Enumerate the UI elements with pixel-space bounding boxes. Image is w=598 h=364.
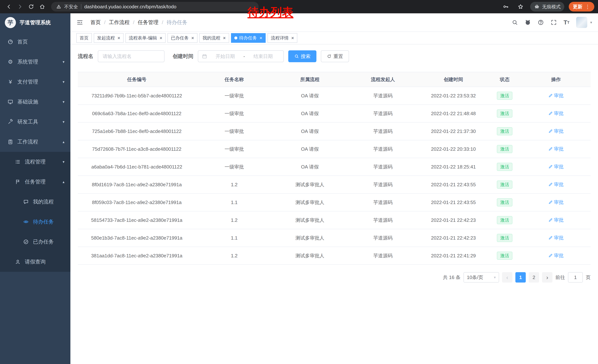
- kebab-menu-icon[interactable]: ⋮: [585, 4, 590, 10]
- sidebar-item-payment[interactable]: ¥支付管理▾: [0, 72, 70, 92]
- close-icon[interactable]: ×: [191, 36, 194, 40]
- list-icon: [15, 159, 21, 165]
- prev-page-button[interactable]: ‹: [502, 272, 512, 283]
- sidebar-item-home[interactable]: 首页: [0, 32, 70, 52]
- approve-link[interactable]: 审批: [548, 92, 564, 99]
- avatar[interactable]: [576, 17, 587, 28]
- approve-link[interactable]: 审批: [548, 235, 564, 241]
- col-process: 所属流程: [273, 72, 347, 87]
- edit-icon: [548, 200, 553, 204]
- cell-task-id: 73211d9d-7b9b-11ec-b5b7-acde48001122: [78, 87, 196, 105]
- approve-link[interactable]: 审批: [548, 163, 564, 170]
- tags-bar: 首页发起流程×流程表单-编辑×已办任务×我的流程×待办任务×流程详情×: [70, 32, 598, 44]
- breadcrumb-item[interactable]: 工作流程: [109, 19, 130, 26]
- tab-item[interactable]: 我的流程×: [199, 33, 229, 43]
- approve-link[interactable]: 审批: [548, 128, 564, 134]
- cell-task-name: 一级审批: [196, 140, 273, 158]
- goto-label: 前往: [555, 274, 565, 281]
- approve-link[interactable]: 审批: [548, 181, 564, 188]
- approve-link[interactable]: 审批: [548, 252, 564, 259]
- sidebar-item-workflow[interactable]: 工作流程▴: [0, 132, 70, 152]
- sidebar-item-my-process[interactable]: 我的流程: [0, 192, 70, 212]
- tab-item[interactable]: 流程详情×: [267, 33, 297, 43]
- update-button[interactable]: 更新 ⋮: [569, 2, 594, 11]
- reset-button[interactable]: 重置: [321, 50, 349, 62]
- sidebar-item-task-mgmt[interactable]: 任务管理▴: [0, 172, 70, 192]
- breadcrumb-separator: /: [162, 19, 163, 25]
- edit-icon: [548, 218, 553, 222]
- cell-created: 2022-01-21 22:42:23: [419, 211, 488, 229]
- forward-icon[interactable]: [15, 1, 25, 12]
- table-row: 58154733-7ac8-11ec-a9e2-a2380e71991a1.2测…: [78, 211, 590, 229]
- date-range-input[interactable]: 开始日期 - 结束日期: [198, 50, 284, 62]
- page-button-1[interactable]: 1: [515, 272, 526, 283]
- breadcrumb-item[interactable]: 任务管理: [138, 19, 158, 26]
- sidebar-item-dev-tools[interactable]: 研发工具▾: [0, 112, 70, 132]
- tab-item[interactable]: 流程表单-编辑×: [125, 33, 166, 43]
- sidebar-collapse-icon[interactable]: [76, 18, 84, 26]
- sidebar-item-infrastructure[interactable]: 基础设施▾: [0, 92, 70, 112]
- cell-task-name: 1.2: [196, 176, 273, 194]
- page-size-select[interactable]: 10条/页 ▾: [464, 272, 499, 283]
- tab-item[interactable]: 已办任务×: [167, 33, 197, 43]
- bookmark-star-icon[interactable]: [515, 1, 526, 12]
- close-icon[interactable]: ×: [291, 36, 294, 40]
- close-icon[interactable]: ×: [117, 36, 120, 40]
- cell-task-name: 1.1: [196, 194, 273, 211]
- help-icon[interactable]: [538, 19, 544, 25]
- top-navbar: 首页/工作流程/任务管理/待办任务 TT ▾: [70, 13, 598, 32]
- close-icon[interactable]: ×: [223, 36, 226, 40]
- key-icon[interactable]: [500, 1, 511, 12]
- avatar-caret-icon[interactable]: ▾: [590, 20, 592, 25]
- sidebar-item-process-mgmt[interactable]: 流程管理▾: [0, 152, 70, 172]
- close-icon[interactable]: ×: [259, 36, 262, 40]
- github-icon[interactable]: [525, 19, 531, 25]
- table-row: 73211d9d-7b9b-11ec-b5b7-acde48001122一级审批…: [78, 87, 590, 105]
- tab-item[interactable]: 首页: [76, 33, 92, 43]
- browser-home-icon[interactable]: [37, 1, 47, 12]
- cell-created: 2022-01-22 18:25:41: [419, 158, 488, 176]
- table-row: 8f0d1619-7ac8-11ec-a9e2-a2380e71991a1.2测…: [78, 176, 590, 194]
- font-size-icon[interactable]: TT: [564, 19, 569, 26]
- next-page-button[interactable]: ›: [542, 272, 552, 283]
- url-text: dashboard.yudao.iocoder.cn/bpm/task/todo: [84, 4, 176, 10]
- page-button-2[interactable]: 2: [529, 272, 539, 283]
- fullscreen-icon[interactable]: [551, 19, 557, 25]
- eye-icon: [23, 219, 29, 225]
- approve-link[interactable]: 审批: [548, 110, 564, 117]
- sidebar-item-leave-query[interactable]: 请假查询: [0, 252, 70, 272]
- annotation-text: 待办列表: [248, 4, 293, 20]
- cell-task-id: 8f059c03-7ac8-11ec-a9e2-a2380e71991a: [78, 194, 196, 211]
- edit-icon: [548, 164, 553, 169]
- close-icon[interactable]: ×: [159, 36, 162, 40]
- sidebar-item-todo-task[interactable]: 待办任务: [0, 212, 70, 232]
- cell-task-name: 一级审批: [196, 158, 273, 176]
- cell-initiator: 芋道源码: [347, 176, 419, 194]
- cell-task-name: 1.2: [196, 211, 273, 229]
- back-icon[interactable]: [4, 1, 14, 12]
- app-logo: 芋: [5, 17, 16, 28]
- process-name-input[interactable]: 请输入流程名: [98, 50, 165, 62]
- app-title: 芋道管理系统: [20, 19, 51, 26]
- approve-link[interactable]: 审批: [548, 199, 564, 205]
- tab-item[interactable]: 待办任务×: [231, 33, 266, 43]
- search-icon[interactable]: [512, 19, 518, 25]
- warning-icon: [56, 4, 61, 9]
- search-button[interactable]: 搜索: [288, 50, 316, 62]
- cell-task-id: a6aba0a4-7b6d-11ec-b781-acde48001122: [78, 158, 196, 176]
- goto-page-input[interactable]: 1: [568, 272, 583, 283]
- cell-initiator: 芋道源码: [347, 211, 419, 229]
- reload-icon[interactable]: [26, 1, 36, 12]
- address-bar[interactable]: 不安全 dashboard.yudao.iocoder.cn/bpm/task/…: [51, 2, 259, 11]
- cell-process: OA 请假: [273, 87, 347, 105]
- chevron-down-icon: ▾: [63, 120, 65, 124]
- refresh-icon: [327, 54, 332, 59]
- approve-link[interactable]: 审批: [548, 217, 564, 223]
- cell-task-name: 一级审批: [196, 105, 273, 122]
- tab-item[interactable]: 发起流程×: [94, 33, 124, 43]
- approve-link[interactable]: 审批: [548, 146, 564, 152]
- status-badge: 激活: [497, 198, 512, 206]
- breadcrumb-item[interactable]: 首页: [91, 19, 101, 26]
- sidebar-item-system[interactable]: ⚙系统管理▾: [0, 52, 70, 72]
- sidebar-item-done-task[interactable]: 已办任务: [0, 232, 70, 252]
